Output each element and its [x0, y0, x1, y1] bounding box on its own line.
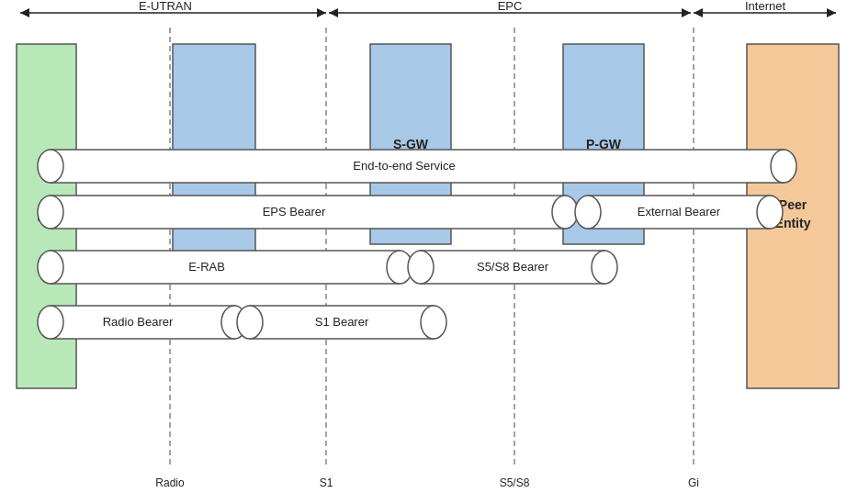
svg-point-53 — [421, 306, 446, 339]
svg-point-41 — [387, 251, 412, 284]
svg-text:Entity: Entity — [775, 216, 811, 230]
svg-point-52 — [237, 306, 263, 339]
svg-marker-1 — [20, 8, 29, 17]
svg-text:S-GW: S-GW — [393, 137, 429, 151]
svg-rect-35 — [588, 196, 770, 229]
svg-point-48 — [38, 306, 63, 339]
svg-text:External Bearer: External Bearer — [638, 205, 721, 218]
svg-point-40 — [38, 251, 63, 284]
svg-text:UE: UE — [37, 210, 54, 225]
svg-point-36 — [575, 196, 601, 229]
svg-text:Peer: Peer — [779, 197, 807, 212]
svg-marker-10 — [827, 8, 836, 17]
svg-point-28 — [38, 150, 63, 183]
svg-point-33 — [552, 196, 578, 229]
svg-text:EPS Bearer: EPS Bearer — [263, 205, 326, 218]
svg-point-44 — [408, 251, 434, 284]
svg-rect-27 — [51, 150, 784, 183]
svg-point-45 — [592, 251, 617, 284]
svg-text:S5/S8 Bearer: S5/S8 Bearer — [477, 260, 549, 274]
svg-point-29 — [771, 150, 796, 183]
svg-rect-51 — [250, 306, 434, 339]
svg-text:End-to-end Service: End-to-end Service — [353, 159, 455, 173]
svg-rect-24 — [747, 44, 839, 388]
svg-text:P-GW: P-GW — [586, 137, 622, 151]
svg-text:Radio Bearer: Radio Bearer — [103, 315, 174, 329]
svg-point-37 — [757, 196, 783, 229]
svg-text:S5/S8: S5/S8 — [500, 476, 530, 489]
svg-rect-18 — [173, 44, 255, 281]
svg-text:S1: S1 — [320, 476, 333, 489]
svg-rect-47 — [51, 306, 234, 339]
svg-text:Radio: Radio — [155, 476, 185, 489]
svg-text:E-UTRAN: E-UTRAN — [139, 0, 192, 13]
svg-rect-43 — [421, 251, 604, 284]
svg-marker-2 — [317, 8, 326, 17]
svg-text:eNB: eNB — [201, 153, 227, 168]
diagram: E-UTRAN EPC Internet UE eNB S-GW P-GW — [0, 0, 858, 504]
svg-rect-31 — [51, 196, 565, 229]
svg-text:EPC: EPC — [498, 0, 523, 13]
svg-point-49 — [221, 306, 247, 339]
svg-marker-9 — [694, 8, 703, 17]
svg-point-32 — [38, 196, 63, 229]
svg-rect-16 — [17, 44, 76, 388]
svg-text:Gi: Gi — [688, 476, 699, 489]
svg-rect-22 — [563, 44, 644, 244]
svg-marker-5 — [329, 8, 338, 17]
svg-text:S1 Bearer: S1 Bearer — [315, 315, 369, 329]
svg-rect-39 — [51, 251, 400, 284]
svg-text:Internet: Internet — [745, 0, 785, 13]
svg-text:E-RAB: E-RAB — [188, 260, 225, 274]
svg-rect-20 — [370, 44, 451, 244]
svg-marker-6 — [682, 8, 691, 17]
